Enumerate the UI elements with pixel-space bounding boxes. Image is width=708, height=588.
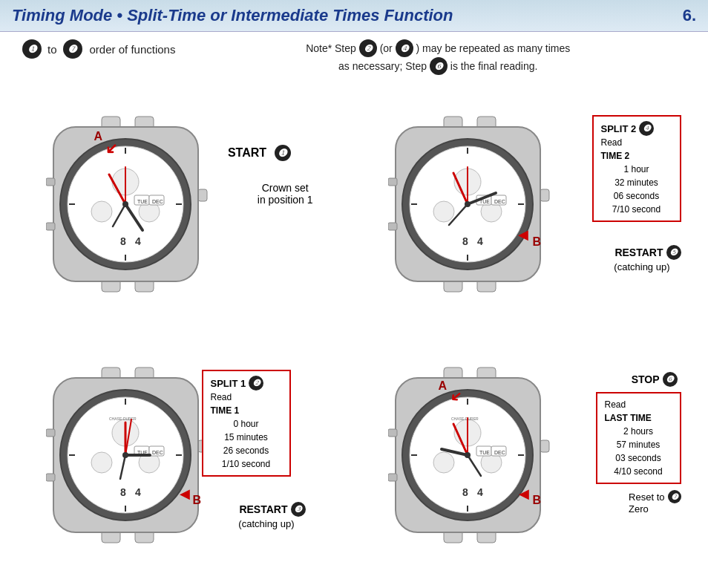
svg-text:CHASE-DURER: CHASE-DURER [451,416,479,421]
svg-text:8: 8 [462,486,468,498]
svg-point-82 [122,452,128,458]
lasttime-label: LAST TIME [605,411,672,425]
restart-topright: RESTART ❺ [614,245,681,260]
watch-top-left: TUE DEC 8 4 [46,115,209,296]
zero-text: Zero [629,503,649,514]
split2-title-row: SPLIT 2 ❹ [601,121,672,136]
lasttime-l3: 03 seconds [605,451,672,465]
reset-row: Reset to ❼ [629,490,681,503]
restart-bl-step: ❸ [291,502,306,517]
note-text: Note* Step [306,42,359,54]
lasttime-l1: 2 hours [605,425,672,438]
split1-title-row: SPLIT 1 ❷ [211,376,282,391]
svg-text:8: 8 [462,235,468,247]
note-repeat: ) may be repeated as many times [416,42,571,54]
quadrant-top-right: TUE DEC 8 4 [357,81,701,328]
to-text: to [47,43,57,56]
split1-l2: 15 minutes [211,431,282,444]
svg-point-25 [122,201,128,207]
svg-text:DEC: DEC [152,450,163,455]
quadrant-top-left: TUE DEC 8 4 [7,81,351,328]
svg-rect-112 [388,429,397,437]
step-circle-7: ❼ [63,39,82,59]
arrow-b-topright: ◀ [518,226,528,243]
svg-text:4: 4 [135,486,141,498]
svg-rect-4 [198,189,207,201]
svg-rect-54 [388,178,397,186]
split2-title: SPLIT 2 [601,122,637,137]
split1-box: SPLIT 1 ❷ Read TIME 1 0 hour 15 minutes … [202,370,291,477]
split2-l4: 7/10 second [601,203,672,216]
lasttime-read: Read [605,398,672,411]
split1-l3: 26 seconds [211,444,282,457]
svg-point-9 [91,201,112,222]
split1-read: Read [211,391,282,404]
svg-text:TUE: TUE [479,450,490,455]
label-b-bottomleft: B [193,494,202,507]
step-circle-1: ❶ [22,39,42,59]
label-b-topright: B [533,235,542,249]
label-a-bottomright: A [439,379,448,393]
quadrant-bottom-left: TUE DEC 8 4 CHASE-DURER [7,334,351,581]
svg-rect-84 [46,474,55,481]
svg-point-65 [91,452,112,473]
start-step: ❶ [275,145,291,161]
split1-l4: 1/10 second [211,457,282,471]
watch-top-right: TUE DEC 8 4 [388,115,551,296]
reset-text: Reset to [629,491,664,503]
page-number: 6. [683,6,696,25]
arrow-b-bottomright: ◀ [519,486,529,502]
note-final: is the final reading. [450,60,538,72]
svg-point-37 [433,201,454,222]
stop-text: STOP [632,373,660,385]
svg-rect-27 [46,223,55,230]
lasttime-box: Read LAST TIME 2 hours 57 minutes 03 sec… [596,392,681,484]
start-label: START ❶ [228,145,291,161]
svg-text:CHASE-DURER: CHASE-DURER [109,416,137,421]
svg-rect-55 [388,223,397,230]
split2-time: TIME 2 [601,149,672,163]
restart-label: RESTART [614,246,663,258]
split2-l1: 1 hour [601,163,672,176]
svg-rect-89 [540,440,549,452]
step-2-circle: ❷ [359,39,377,57]
restart-bottomleft: RESTART ❸ [239,502,305,517]
svg-point-53 [465,201,471,207]
split1-time: TIME 1 [211,404,282,417]
svg-text:DEC: DEC [152,199,163,204]
step-6-circle: ❻ [430,57,448,75]
svg-text:DEC: DEC [494,199,505,204]
instruction-row: ❶ to ❼ order of functions Note* Step ❷ (… [0,32,708,78]
note-or: (or [380,42,396,54]
split2-read: Read [601,136,672,149]
page: Timing Mode • Split-Time or Intermediate… [0,0,708,588]
svg-text:8: 8 [120,486,126,498]
split2-box: SPLIT 2 ❹ Read TIME 2 1 hour 32 minutes … [592,115,681,222]
svg-rect-113 [388,474,397,481]
order-text: order of functions [90,43,176,56]
svg-rect-32 [540,189,549,201]
svg-text:DEC: DEC [494,450,505,455]
svg-point-111 [465,452,471,458]
crown-text: Crown set in position 1 [258,182,313,206]
header: Timing Mode • Split-Time or Intermediate… [0,0,708,32]
split2-l3: 06 seconds [601,189,672,203]
lasttime-l4: 4/10 second [605,465,672,478]
svg-rect-83 [46,429,55,437]
arrow-b-bottomleft: ◀ [180,486,190,502]
header-title: Timing Mode • Split-Time or Intermediate… [12,6,453,25]
restart-bl-label: RESTART [239,503,287,515]
label-b-bottomright: B [533,494,542,507]
restart-bl-sub: (catching up) [238,518,294,529]
svg-text:4: 4 [477,486,483,498]
main-grid: TUE DEC 8 4 [0,78,708,588]
label-a-topleft: A [94,130,103,143]
quadrant-bottom-right: TUE DEC 8 4 CHASE-DURER [357,334,701,581]
stop-label: STOP ❻ [632,372,678,387]
svg-text:4: 4 [477,235,483,247]
watch-bottom-left: TUE DEC 8 4 CHASE-DURER [46,366,209,547]
stop-step: ❻ [663,372,678,387]
split2-step: ❹ [639,121,654,136]
split2-l2: 32 minutes [601,176,672,189]
note-necessary: as necessary; Step [338,60,430,72]
